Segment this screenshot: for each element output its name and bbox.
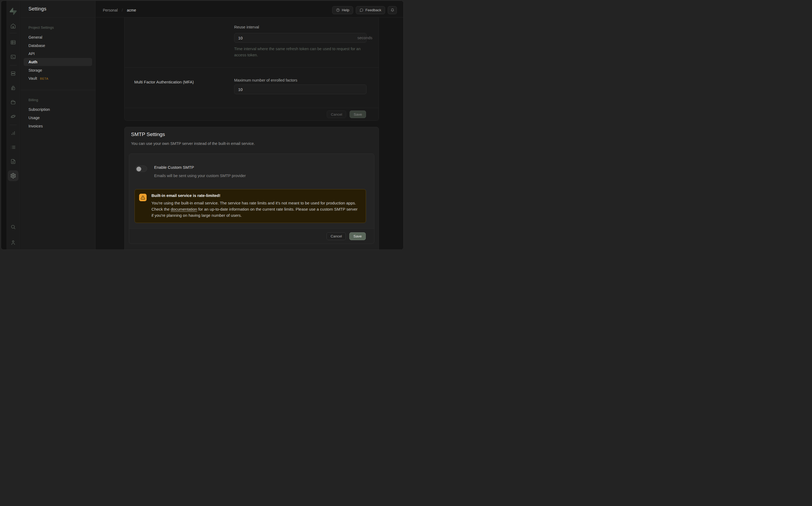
- top-header: Personal / acme Help Feedback: [96, 1, 403, 17]
- sidebar-item-storage[interactable]: Storage: [28, 68, 42, 72]
- smtp-title: SMTP Settings: [131, 132, 165, 137]
- reuse-interval-helper: Time interval where the same refresh tok…: [234, 46, 371, 58]
- header-actions: Help Feedback: [332, 6, 397, 14]
- feedback-button-label: Feedback: [365, 8, 381, 12]
- beta-badge: BETA: [40, 77, 48, 80]
- feedback-button[interactable]: Feedback: [356, 6, 385, 14]
- reports-icon[interactable]: [10, 130, 16, 136]
- sidebar-item-usage[interactable]: Usage: [28, 116, 40, 120]
- table-editor-icon[interactable]: [10, 39, 16, 45]
- reuse-interval-unit: seconds: [357, 35, 372, 40]
- breadcrumb-project[interactable]: acme: [127, 8, 136, 12]
- rate-limit-warning-banner: Built-in email service is rate-limited! …: [135, 189, 366, 223]
- search-icon[interactable]: [10, 224, 16, 230]
- rail-divider: [10, 125, 17, 125]
- reuse-interval-label: Reuse interval: [234, 25, 259, 29]
- sidebar-item-invoices[interactable]: Invoices: [28, 124, 43, 128]
- settings-sidebar: Settings Project Settings General Databa…: [20, 1, 95, 250]
- documentation-link[interactable]: documentation: [171, 207, 197, 212]
- mfa-max-factors-input[interactable]: [234, 85, 367, 94]
- auth-icon[interactable]: [10, 85, 16, 91]
- app-window: Settings Project Settings General Databa…: [1, 1, 403, 250]
- sql-editor-icon[interactable]: [10, 54, 16, 60]
- help-button-label: Help: [342, 8, 349, 12]
- home-icon[interactable]: [10, 23, 16, 29]
- scroll-area[interactable]: Reuse interval seconds Time interval whe…: [96, 17, 403, 250]
- storage-icon[interactable]: [10, 99, 16, 105]
- settings-rail-active[interactable]: [8, 170, 18, 181]
- smtp-settings-panel: SMTP Settings You can use your own SMTP …: [124, 127, 379, 250]
- enable-custom-smtp-label: Enable Custom SMTP: [154, 165, 194, 170]
- logs-icon[interactable]: [10, 144, 16, 150]
- sidebar-item-subscription[interactable]: Subscription: [28, 107, 50, 112]
- settings-gear-icon: [10, 173, 16, 179]
- sidebar-item-database[interactable]: Database: [28, 44, 45, 48]
- edge-functions-icon[interactable]: [10, 113, 16, 119]
- mfa-field-label: Maximum number of enrolled factors: [234, 78, 297, 82]
- icon-rail: [6, 1, 20, 250]
- section-heading-billing: Billing: [28, 98, 38, 102]
- enable-custom-smtp-caption: Emails will be sent using your custom SM…: [154, 174, 246, 178]
- smtp-card-footer: Cancel Save: [129, 228, 374, 244]
- save-button[interactable]: Save: [349, 232, 366, 240]
- content-area: Personal / acme Help Feedback: [96, 1, 403, 250]
- section-heading-project-settings: Project Settings: [28, 25, 54, 29]
- warning-triangle-icon: [139, 194, 147, 201]
- save-button[interactable]: Save: [350, 110, 366, 118]
- account-icon[interactable]: [10, 240, 16, 246]
- message-bubble-icon: [360, 8, 364, 12]
- breadcrumb-org[interactable]: Personal: [103, 8, 118, 12]
- cancel-button[interactable]: Cancel: [327, 110, 346, 118]
- auth-settings-card: Reuse interval seconds Time interval whe…: [124, 17, 379, 121]
- api-docs-icon[interactable]: [10, 159, 16, 164]
- warning-title: Built-in email service is rate-limited!: [151, 193, 220, 198]
- database-icon[interactable]: [10, 71, 16, 76]
- rail-divider: [10, 65, 17, 66]
- auth-card-footer: Cancel Save: [125, 108, 379, 120]
- bell-icon: [390, 8, 394, 12]
- help-button[interactable]: Help: [332, 6, 353, 14]
- smtp-subtitle: You can use your own SMTP server instead…: [131, 141, 255, 146]
- sidebar-item-label: Vault: [28, 76, 37, 81]
- mfa-section-label: Multi Factor Authentication (MFA): [134, 80, 194, 84]
- sidebar-item-label: Auth: [28, 60, 37, 64]
- notifications-button[interactable]: [388, 6, 397, 14]
- cancel-button[interactable]: Cancel: [326, 232, 346, 240]
- sidebar-item-api[interactable]: API: [28, 52, 34, 56]
- enable-custom-smtp-toggle[interactable]: [135, 166, 147, 172]
- smtp-form-card: Enable Custom SMTP Emails will be sent u…: [129, 154, 374, 244]
- breadcrumb-separator: /: [122, 8, 123, 12]
- toggle-knob: [136, 167, 141, 171]
- help-circle-icon: [336, 8, 340, 12]
- sidebar-title: Settings: [20, 1, 95, 17]
- warning-body: You're using the built-in email service.…: [151, 200, 359, 219]
- sidebar-item-vault[interactable]: VaultBETA: [28, 76, 48, 81]
- section-divider: [125, 67, 379, 68]
- supabase-logo-icon[interactable]: [10, 8, 17, 15]
- sidebar-item-auth[interactable]: Auth: [24, 58, 92, 66]
- reuse-interval-input[interactable]: [234, 33, 367, 43]
- sidebar-item-general[interactable]: General: [28, 35, 43, 39]
